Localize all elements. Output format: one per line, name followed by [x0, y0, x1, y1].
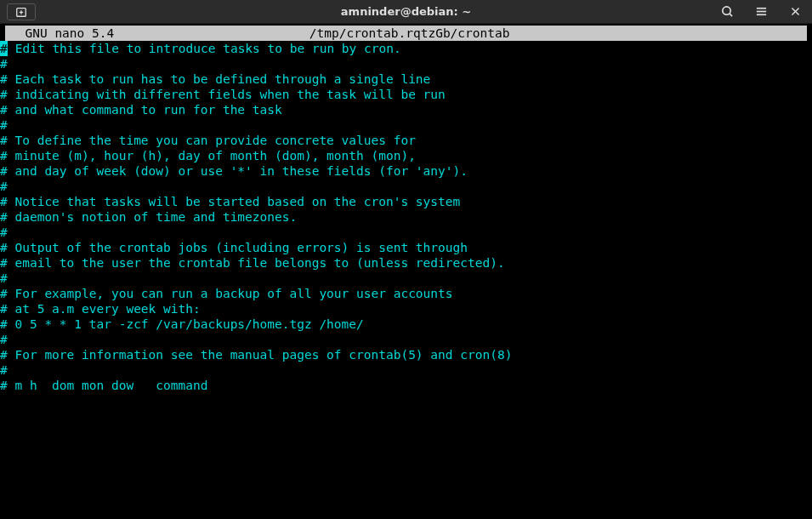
editor-content[interactable]: # Edit this file to introduce tasks to b…	[0, 41, 812, 393]
cursor: #	[0, 41, 8, 56]
hamburger-icon	[755, 5, 768, 18]
editor-line: # Notice that tasks will be started base…	[0, 194, 812, 209]
search-icon	[721, 5, 734, 18]
svg-point-3	[722, 7, 730, 14]
line-text: Notice that tasks will be started based …	[14, 195, 460, 208]
svg-line-4	[730, 14, 732, 16]
editor-line: # daemon's notion of time and timezones.	[0, 209, 812, 225]
window-titlebar: amninder@debian: ~	[0, 0, 812, 24]
editor-line: # For more information see the manual pa…	[0, 347, 812, 362]
line-text: For more information see the manual page…	[14, 348, 512, 362]
editor-line: # m h dom mon dow command	[0, 378, 812, 393]
editor-line: # email to the user the crontab file bel…	[0, 255, 812, 271]
line-text: 0 5 * * 1 tar -zcf /var/backups/home.tgz…	[14, 317, 363, 331]
editor-line: # minute (m), hour (h), day of month (do…	[0, 148, 812, 163]
line-text: and what command to run for the task	[14, 103, 281, 117]
line-text: and day of week (dow) or use '*' in thes…	[14, 164, 468, 178]
line-text: To define the time you can provide concr…	[14, 134, 415, 147]
editor-line: #	[0, 179, 812, 194]
editor-line: # For example, you can run a backup of a…	[0, 286, 812, 301]
line-text: Output of the crontab jobs (including er…	[14, 241, 468, 254]
editor-line: # 0 5 * * 1 tar -zcf /var/backups/home.t…	[0, 317, 812, 332]
new-tab-icon	[15, 6, 27, 18]
line-text: For example, you can run a backup of all…	[14, 287, 452, 300]
line-text: daemon's notion of time and timezones.	[14, 210, 297, 224]
new-tab-button[interactable]	[7, 3, 36, 20]
menu-button[interactable]	[744, 0, 778, 24]
window-title: amninder@debian: ~	[341, 5, 471, 18]
editor-line: # To define the time you can provide con…	[0, 133, 812, 148]
line-text: Each task to run has to be defined throu…	[14, 72, 430, 86]
close-icon	[790, 6, 801, 17]
editor-line: # Output of the crontab jobs (including …	[0, 240, 812, 255]
editor-line: # and what command to run for the task	[0, 102, 812, 117]
search-button[interactable]	[710, 0, 744, 24]
editor-line: #	[0, 117, 812, 133]
editor-line: # Each task to run has to be defined thr…	[0, 71, 812, 87]
line-text: indicating with different fields when th…	[14, 88, 445, 101]
editor-line: #	[0, 271, 812, 286]
editor-line: # indicating with different fields when …	[0, 87, 812, 102]
line-text: minute (m), hour (h), day of month (dom)…	[14, 149, 415, 163]
line-text: at 5 a.m every week with:	[14, 302, 200, 316]
nano-header-bar: GNU nano 5.4 /tmp/crontab.rqtzGb/crontab	[5, 26, 807, 41]
close-button[interactable]	[778, 0, 812, 24]
line-text: email to the user the crontab file belon…	[14, 256, 504, 270]
editor-line: #	[0, 362, 812, 378]
terminal-area[interactable]: GNU nano 5.4 /tmp/crontab.rqtzGb/crontab…	[0, 26, 812, 393]
editor-line: # and day of week (dow) or use '*' in th…	[0, 163, 812, 179]
editor-line: #	[0, 225, 812, 240]
editor-line: #	[0, 56, 812, 71]
line-text: m h dom mon dow command	[14, 379, 207, 392]
nano-filepath: /tmp/crontab.rqtzGb/crontab	[12, 26, 807, 41]
editor-line: #	[0, 332, 812, 347]
editor-line: # Edit this file to introduce tasks to b…	[0, 41, 812, 56]
line-text: Edit this file to introduce tasks to be …	[15, 42, 401, 55]
editor-line: # at 5 a.m every week with:	[0, 301, 812, 317]
